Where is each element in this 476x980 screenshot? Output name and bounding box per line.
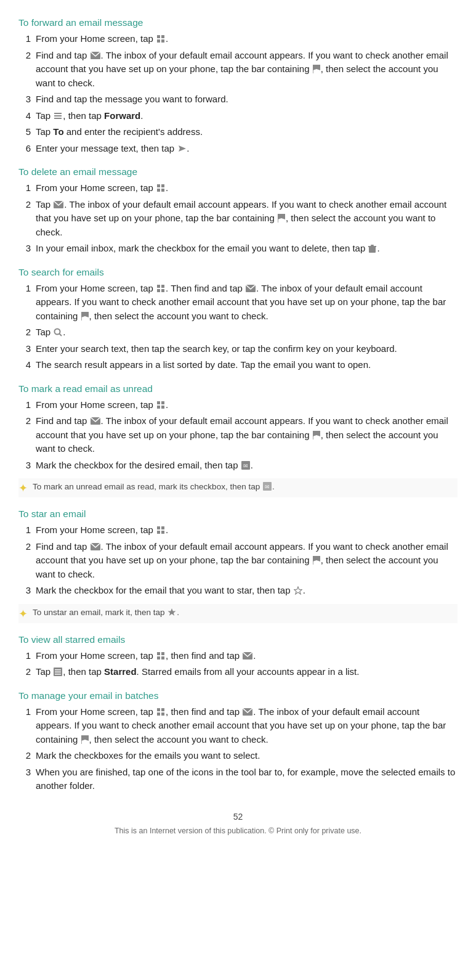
svg-rect-41 xyxy=(157,526,160,529)
step-number: 4 xyxy=(18,358,31,372)
unread-icon: ✉ xyxy=(241,461,250,470)
menu2-icon xyxy=(54,668,62,676)
svg-marker-35 xyxy=(313,431,320,436)
section-mark-unread: To mark a read email as unread1From your… xyxy=(18,383,458,498)
flag-icon xyxy=(313,65,320,73)
svg-marker-48 xyxy=(294,587,302,594)
svg-rect-9 xyxy=(54,118,62,119)
section-title-star-email: To star an email xyxy=(18,508,458,520)
section-title-forward-email: To forward an email message xyxy=(18,17,458,28)
list-item: 1From your Home screen, tap . xyxy=(18,181,458,195)
grid-icon xyxy=(156,284,165,293)
section-search-emails: To search for emails1From your Home scre… xyxy=(18,267,458,372)
step-text: In your email inbox, mark the checkbox f… xyxy=(36,242,458,256)
svg-rect-58 xyxy=(55,674,61,675)
list-item: 1From your Home screen, tap , then find … xyxy=(18,649,458,663)
list-item: 3Mark the checkbox for the email that yo… xyxy=(18,584,458,598)
star-icon xyxy=(294,586,302,595)
section-title-mark-unread: To mark a read email as unread xyxy=(18,383,458,394)
flag-icon xyxy=(81,735,89,744)
copyright-text: This is an Internet version of this publ… xyxy=(18,827,458,835)
step-number: 2 xyxy=(18,198,31,240)
svg-rect-24 xyxy=(161,289,164,292)
menu-icon xyxy=(54,112,62,120)
svg-text:✉: ✉ xyxy=(243,463,248,469)
steps-list-view-starred: 1From your Home screen, tap , then find … xyxy=(18,649,458,679)
svg-rect-12 xyxy=(161,184,164,187)
list-item: 6Enter your message text, then tap . xyxy=(18,142,458,156)
list-item: 1From your Home screen, tap . xyxy=(18,523,458,537)
grid-icon xyxy=(156,526,165,534)
step-text: When you are finished, tap one of the ic… xyxy=(36,766,458,793)
svg-rect-11 xyxy=(157,184,160,187)
list-item: 1From your Home screen, tap . xyxy=(18,32,458,46)
section-star-email: To star an email1From your Home screen, … xyxy=(18,508,458,623)
grid-icon xyxy=(156,35,165,43)
step-number: 1 xyxy=(18,705,31,747)
step-text: The search result appears in a list sort… xyxy=(36,358,458,372)
list-item: 2Tap , then tap Starred. Starred emails … xyxy=(18,665,458,679)
list-item: 3Enter your search text, then tap the se… xyxy=(18,342,458,356)
flag-icon xyxy=(278,214,285,223)
svg-rect-56 xyxy=(55,669,61,671)
tip-box-star-email: ✦To unstar an email, mark it, then tap . xyxy=(18,604,458,623)
section-view-starred: To view all starred emails1From your Hom… xyxy=(18,634,458,679)
step-text: Enter your message text, then tap . xyxy=(36,142,458,156)
grid-icon xyxy=(156,184,165,192)
svg-rect-8 xyxy=(54,115,62,116)
svg-rect-57 xyxy=(55,672,61,673)
step-number: 1 xyxy=(18,649,31,663)
svg-rect-60 xyxy=(161,708,164,711)
svg-rect-3 xyxy=(161,39,164,43)
steps-list-search-emails: 1From your Home screen, tap . Then find … xyxy=(18,282,458,372)
svg-rect-59 xyxy=(157,708,160,711)
step-text: Find and tap the message you want to for… xyxy=(36,92,458,107)
step-number: 3 xyxy=(18,92,31,107)
step-number: 1 xyxy=(18,181,31,195)
step-text: Find and tap . The inbox of your default… xyxy=(36,49,458,91)
step-text: Enter your search text, then tap the sea… xyxy=(36,342,458,356)
list-item: 3Mark the checkbox for the desired email… xyxy=(18,459,458,473)
svg-point-28 xyxy=(55,329,60,335)
section-forward-email: To forward an email message1From your Ho… xyxy=(18,17,458,155)
envelope-icon xyxy=(91,52,100,59)
svg-rect-33 xyxy=(161,406,164,409)
svg-rect-2 xyxy=(157,39,160,43)
list-item: 2Tap . The inbox of your default email a… xyxy=(18,198,458,240)
step-number: 5 xyxy=(18,125,31,139)
section-title-view-starred: To view all starred emails xyxy=(18,634,458,645)
page-footer: 52This is an Internet version of this pu… xyxy=(18,812,458,835)
section-title-search-emails: To search for emails xyxy=(18,267,458,278)
svg-rect-14 xyxy=(161,189,164,192)
envelope-icon xyxy=(243,652,252,659)
steps-list-delete-email: 1From your Home screen, tap .2Tap . The … xyxy=(18,181,458,256)
read-icon: ✉ xyxy=(263,482,272,491)
grid-icon xyxy=(156,651,165,660)
step-number: 3 xyxy=(18,766,31,793)
svg-rect-1 xyxy=(161,35,164,38)
list-item: 2Mark the checkboxes for the emails you … xyxy=(18,749,458,763)
svg-rect-31 xyxy=(161,401,164,404)
tip-text: To mark an unread email as read, mark it… xyxy=(33,481,275,493)
step-number: 2 xyxy=(18,325,31,340)
steps-list-star-email: 1From your Home screen, tap .2Find and t… xyxy=(18,523,458,598)
step-number: 6 xyxy=(18,142,31,156)
step-number: 2 xyxy=(18,665,31,679)
steps-list-mark-unread: 1From your Home screen, tap .2Find and t… xyxy=(18,398,458,473)
list-item: 2Find and tap . The inbox of your defaul… xyxy=(18,540,458,582)
section-manage-batches: To manage your email in batches1From you… xyxy=(18,690,458,793)
svg-rect-61 xyxy=(157,713,160,716)
step-text: Tap . The inbox of your default email ac… xyxy=(36,198,458,240)
section-title-delete-email: To delete an email message xyxy=(18,166,458,178)
list-item: 1From your Home screen, tap . xyxy=(18,398,458,412)
envelope-icon xyxy=(54,201,63,208)
step-number: 3 xyxy=(18,242,31,256)
svg-rect-20 xyxy=(368,246,376,247)
grid-icon xyxy=(156,401,165,409)
step-number: 1 xyxy=(18,398,31,412)
svg-marker-49 xyxy=(168,608,176,616)
step-number: 1 xyxy=(18,32,31,46)
step-text: From your Home screen, tap . xyxy=(36,523,458,537)
list-item: 2Find and tap . The inbox of your defaul… xyxy=(18,49,458,91)
section-title-manage-batches: To manage your email in batches xyxy=(18,690,458,701)
